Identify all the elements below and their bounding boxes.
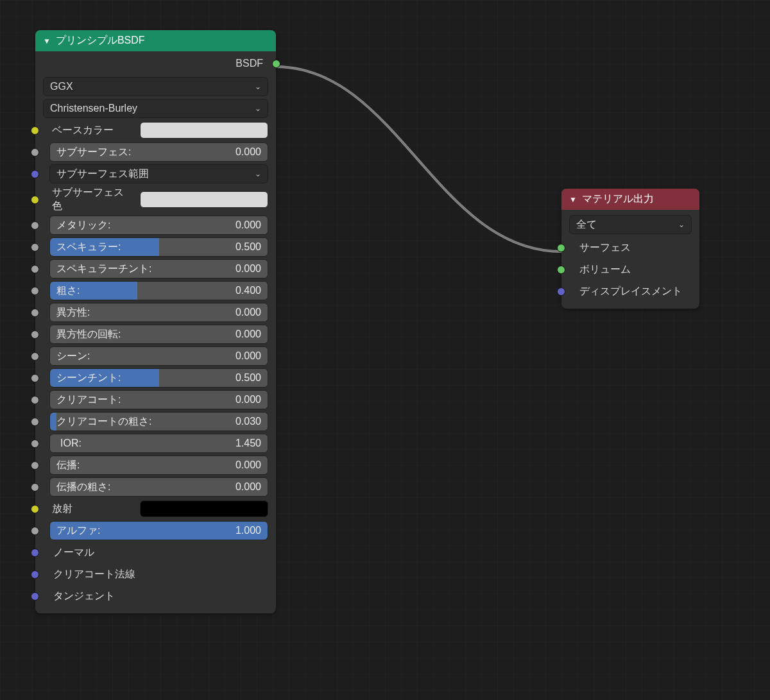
node-title: プリンシプルBSDF — [56, 34, 145, 47]
chevron-down-icon: ⌄ — [255, 169, 261, 178]
volume-socket[interactable] — [557, 266, 565, 274]
transmission-roughness-row: 伝播の粗さ: 0.000 — [35, 476, 276, 498]
tangent-row: タンジェント — [35, 585, 276, 607]
metallic-row: メタリック: 0.000 — [35, 214, 276, 236]
sheen-row: シーン: 0.000 — [35, 345, 276, 367]
node-header[interactable]: ▼ プリンシプルBSDF — [35, 30, 276, 51]
anisotropic-slider[interactable]: 異方性: 0.000 — [49, 303, 268, 322]
sheen-tint-row: シーンチント: 0.500 — [35, 367, 276, 389]
subsurface-radius-row: サブサーフェス範囲 ⌄ — [35, 163, 276, 185]
subsurface-color-row: サブサーフェス色 — [35, 185, 276, 214]
base-color-row: ベースカラー — [35, 119, 276, 141]
specular-row: スペキュラー: 0.500 — [35, 236, 276, 258]
metallic-slider[interactable]: メタリック: 0.000 — [49, 216, 268, 235]
output-target-value: 全て — [576, 218, 597, 232]
subsurface-method-select[interactable]: Christensen-Burley ⌄ — [43, 99, 268, 118]
normal-label: ノーマル — [53, 546, 94, 559]
clearcoat-roughness-row: クリアコートの粗さ: 0.030 — [35, 411, 276, 432]
roughness-row: 粗さ: 0.400 — [35, 280, 276, 302]
transmission-roughness-slider[interactable]: 伝播の粗さ: 0.000 — [49, 477, 268, 497]
alpha-socket[interactable] — [31, 527, 39, 535]
transmission-slider[interactable]: 伝播: 0.000 — [49, 456, 268, 475]
base-color-swatch[interactable] — [140, 122, 268, 139]
sheen-tint-slider[interactable]: シーンチント: 0.500 — [49, 368, 268, 388]
specular-socket[interactable] — [31, 243, 39, 252]
anisotropic-rotation-slider[interactable]: 異方性の回転: 0.000 — [49, 325, 268, 344]
volume-input-row: ボリューム — [561, 259, 699, 280]
ior-socket[interactable] — [31, 440, 39, 448]
node-header[interactable]: ▼ マテリアル出力 — [561, 189, 699, 210]
emission-row: 放射 — [35, 498, 276, 520]
output-target-select[interactable]: 全て ⌄ — [569, 215, 692, 234]
output-socket-row: BSDF — [35, 54, 276, 76]
sheen-socket[interactable] — [31, 352, 39, 361]
clearcoat-row: クリアコート: 0.000 — [35, 389, 276, 411]
specular-tint-slider[interactable]: スペキュラーチント: 0.000 — [49, 259, 268, 278]
sheen-tint-socket[interactable] — [31, 374, 39, 382]
clearcoat-roughness-slider[interactable]: クリアコートの粗さ: 0.030 — [49, 412, 268, 431]
surface-label: サーフェス — [579, 241, 631, 255]
transmission-socket[interactable] — [31, 461, 39, 470]
tangent-socket[interactable] — [31, 592, 39, 601]
subsurface-color-swatch[interactable] — [140, 191, 268, 208]
tangent-label: タンジェント — [53, 590, 115, 603]
subsurface-method-value: Christensen-Burley — [50, 103, 137, 114]
normal-socket[interactable] — [31, 549, 39, 557]
clearcoat-roughness-socket[interactable] — [31, 418, 39, 426]
specular-tint-socket[interactable] — [31, 265, 39, 273]
roughness-socket[interactable] — [31, 287, 39, 295]
ior-field[interactable]: IOR: 1.450 — [49, 434, 268, 453]
anisotropic-row: 異方性: 0.000 — [35, 302, 276, 323]
anisotropic-rotation-socket[interactable] — [31, 330, 39, 339]
clearcoat-slider[interactable]: クリアコート: 0.000 — [49, 390, 268, 409]
transmission-row: 伝播: 0.000 — [35, 454, 276, 476]
node-material-output[interactable]: ▼ マテリアル出力 全て ⌄ サーフェス ボリューム ディスプレイスメント — [561, 189, 699, 309]
chevron-down-icon: ⌄ — [255, 82, 261, 91]
roughness-slider[interactable]: 粗さ: 0.400 — [49, 281, 268, 300]
output-label: BSDF — [235, 58, 263, 69]
clearcoat-socket[interactable] — [31, 396, 39, 404]
emission-label: 放射 — [49, 502, 135, 516]
node-title: マテリアル出力 — [582, 192, 654, 206]
clearcoat-normal-label: クリアコート法線 — [53, 568, 135, 581]
collapse-icon[interactable]: ▼ — [43, 37, 51, 46]
surface-input-row: サーフェス — [561, 237, 699, 259]
displacement-socket[interactable] — [557, 287, 565, 296]
subsurface-radius-socket[interactable] — [31, 170, 39, 178]
alpha-slider[interactable]: アルファ: 1.000 — [49, 521, 268, 540]
subsurface-color-socket[interactable] — [31, 196, 39, 204]
collapse-icon[interactable]: ▼ — [569, 195, 577, 204]
displacement-input-row: ディスプレイスメント — [561, 280, 699, 302]
specular-slider[interactable]: スペキュラー: 0.500 — [49, 237, 268, 257]
surface-socket[interactable] — [557, 244, 565, 252]
ior-row: IOR: 1.450 — [35, 432, 276, 454]
anisotropic-socket[interactable] — [31, 309, 39, 317]
chevron-down-icon: ⌄ — [255, 104, 261, 113]
subsurface-radius-label: サブサーフェス範囲 — [56, 167, 149, 181]
transmission-roughness-socket[interactable] — [31, 483, 39, 491]
metallic-socket[interactable] — [31, 221, 39, 230]
distribution-value: GGX — [50, 81, 73, 92]
anisotropic-rotation-row: 異方性の回転: 0.000 — [35, 323, 276, 345]
chevron-down-icon: ⌄ — [678, 220, 685, 229]
subsurface-socket[interactable] — [31, 148, 39, 157]
node-principled-bsdf[interactable]: ▼ プリンシプルBSDF BSDF GGX ⌄ Christensen-Burl… — [35, 30, 276, 613]
normal-row: ノーマル — [35, 542, 276, 563]
emission-socket[interactable] — [31, 505, 39, 513]
subsurface-row: サブサーフェス: 0.000 — [35, 141, 276, 163]
clearcoat-normal-row: クリアコート法線 — [35, 563, 276, 585]
subsurface-color-label: サブサーフェス色 — [49, 186, 135, 213]
subsurface-radius-expand[interactable]: サブサーフェス範囲 ⌄ — [49, 164, 268, 184]
specular-tint-row: スペキュラーチント: 0.000 — [35, 258, 276, 280]
bsdf-output-socket[interactable] — [272, 60, 280, 68]
subsurface-slider[interactable]: サブサーフェス: 0.000 — [49, 142, 268, 162]
distribution-select[interactable]: GGX ⌄ — [43, 77, 268, 96]
emission-swatch[interactable] — [140, 500, 268, 517]
volume-label: ボリューム — [579, 263, 631, 277]
base-color-label: ベースカラー — [49, 124, 135, 137]
base-color-socket[interactable] — [31, 126, 39, 135]
sheen-slider[interactable]: シーン: 0.000 — [49, 346, 268, 366]
clearcoat-normal-socket[interactable] — [31, 570, 39, 579]
displacement-label: ディスプレイスメント — [579, 285, 682, 298]
alpha-row: アルファ: 1.000 — [35, 520, 276, 542]
